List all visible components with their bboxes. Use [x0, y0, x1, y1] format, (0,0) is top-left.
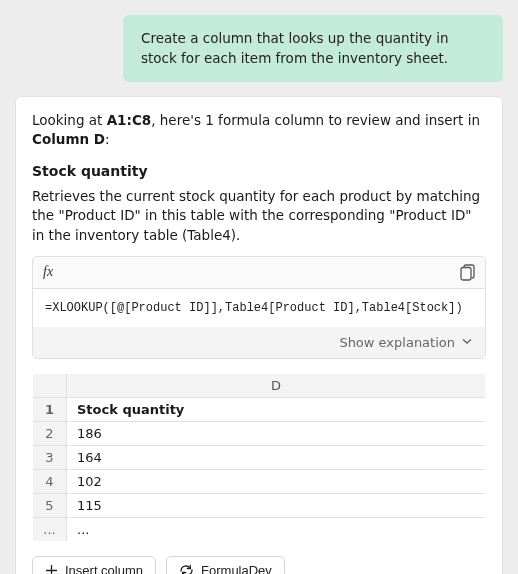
cell-value[interactable]: 102 — [67, 469, 486, 493]
formula-code[interactable]: =XLOOKUP([@[Product ID]],Table4[Product … — [33, 289, 485, 327]
row-number[interactable]: 5 — [33, 493, 67, 517]
chevron-down-icon — [461, 335, 473, 350]
assistant-response-card: Looking at A1:C8, here's 1 formula colum… — [15, 96, 503, 574]
column-header-d[interactable]: D — [67, 373, 486, 397]
formula-dev-label: FormulaDev — [201, 563, 272, 574]
intro-line: Looking at A1:C8, here's 1 formula colum… — [32, 111, 486, 149]
action-row: Insert column FormulaDev — [32, 556, 486, 574]
regenerate-icon — [179, 564, 194, 574]
cell-value[interactable]: Stock quantity — [67, 397, 486, 421]
intro-middle: , here's 1 formula column to review and … — [151, 112, 480, 128]
copy-icon[interactable] — [460, 264, 475, 281]
intro-suffix: : — [105, 131, 110, 147]
row-number[interactable]: 4 — [33, 469, 67, 493]
row-number[interactable]: 3 — [33, 445, 67, 469]
row-number[interactable]: 1 — [33, 397, 67, 421]
table-row: ... ... — [33, 517, 486, 541]
preview-table: D 1 Stock quantity 2 186 3 164 4 1 — [32, 373, 486, 542]
table-row: 2 186 — [33, 421, 486, 445]
cell-value[interactable]: 164 — [67, 445, 486, 469]
insert-column-button[interactable]: Insert column — [32, 556, 156, 574]
cell-value[interactable]: ... — [67, 517, 486, 541]
row-number[interactable]: 2 — [33, 421, 67, 445]
table-row: 4 102 — [33, 469, 486, 493]
table-row: 1 Stock quantity — [33, 397, 486, 421]
corner-cell — [33, 373, 67, 397]
show-explanation-toggle[interactable]: Show explanation — [33, 327, 485, 358]
fx-label: fx — [43, 264, 53, 280]
intro-target: Column D — [32, 131, 105, 147]
intro-range: A1:C8 — [107, 112, 152, 128]
user-message-bubble: Create a column that looks up the quanti… — [123, 15, 503, 82]
formula-block: fx =XLOOKUP([@[Product ID]],Table4[Produ… — [32, 256, 486, 359]
row-number[interactable]: ... — [33, 517, 67, 541]
svg-rect-0 — [461, 267, 471, 280]
user-message-text: Create a column that looks up the quanti… — [141, 30, 449, 66]
plus-icon — [45, 564, 58, 574]
cell-value[interactable]: 186 — [67, 421, 486, 445]
insert-column-label: Insert column — [65, 563, 143, 574]
formula-header: fx — [33, 257, 485, 289]
table-row: 3 164 — [33, 445, 486, 469]
show-explanation-label: Show explanation — [339, 335, 455, 350]
formula-dev-button[interactable]: FormulaDev — [166, 556, 285, 574]
table-row: 5 115 — [33, 493, 486, 517]
section-title: Stock quantity — [32, 163, 486, 179]
cell-value[interactable]: 115 — [67, 493, 486, 517]
intro-prefix: Looking at — [32, 112, 107, 128]
section-description: Retrieves the current stock quantity for… — [32, 187, 486, 246]
